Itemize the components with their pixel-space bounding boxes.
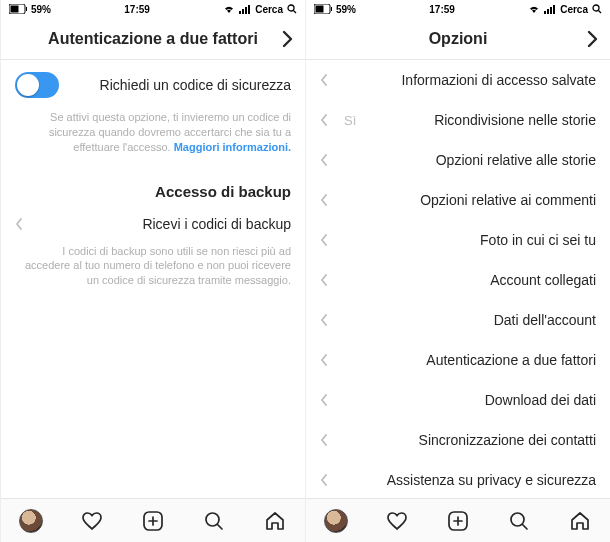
option-label: Download dei dati — [336, 392, 596, 408]
status-bar: 59% 17:59 Cerca — [306, 0, 610, 18]
header: Autenticazione a due fattori — [1, 18, 305, 60]
chevron-left-icon — [320, 433, 332, 447]
option-row[interactable]: Autenticazione a due fattori — [306, 340, 610, 380]
svg-rect-17 — [544, 11, 546, 14]
heart-icon — [385, 509, 409, 533]
option-label: Sincronizzazione dei contatti — [336, 432, 596, 448]
option-row[interactable]: Account collegati — [306, 260, 610, 300]
battery-icon — [9, 4, 27, 14]
toggle-switch[interactable] — [15, 72, 59, 98]
avatar — [324, 509, 348, 533]
toggle-helper-text: Se attivi questa opzione, ti invieremo u… — [1, 110, 305, 169]
chevron-left-icon — [320, 193, 332, 207]
svg-rect-4 — [242, 9, 244, 14]
option-label: Autenticazione a due fattori — [336, 352, 596, 368]
chevron-left-icon — [320, 233, 332, 247]
toggle-row-security-code[interactable]: Richiedi un codice di sicurezza — [1, 60, 305, 110]
nav-new-post[interactable] — [446, 509, 470, 533]
page-title: Autenticazione a due fattori — [25, 30, 281, 48]
chevron-left-icon — [320, 113, 332, 127]
option-row[interactable]: Download dei dati — [306, 380, 610, 420]
nav-home[interactable] — [263, 509, 287, 533]
chevron-left-icon — [320, 393, 332, 407]
option-label: Account collegati — [336, 272, 596, 288]
svg-rect-5 — [245, 7, 247, 14]
option-row[interactable]: Informazioni di accesso salvate — [306, 60, 610, 100]
option-row[interactable]: Opzioni relative alle storie — [306, 140, 610, 180]
option-label: Ricondivisione nelle storie — [356, 112, 596, 128]
avatar — [19, 509, 43, 533]
nav-profile[interactable] — [19, 509, 43, 533]
svg-rect-6 — [248, 5, 250, 14]
option-label: Opzioni relative alle storie — [336, 152, 596, 168]
options-list: Informazioni di accesso salvateSìRicondi… — [306, 60, 610, 498]
option-row[interactable]: SìRicondivisione nelle storie — [306, 100, 610, 140]
back-button[interactable] — [281, 32, 295, 46]
svg-rect-2 — [11, 6, 19, 13]
signal-icon — [239, 4, 251, 14]
wifi-icon — [528, 4, 540, 14]
content: Richiedi un codice di sicurezza Se attiv… — [1, 60, 305, 498]
back-button[interactable] — [586, 32, 600, 46]
option-row[interactable]: Opzioni relative ai commenti — [306, 180, 610, 220]
option-label: Foto in cui ci sei tu — [336, 232, 596, 248]
chevron-left-icon — [320, 273, 332, 287]
bottom-nav — [306, 498, 610, 542]
option-label: Opzioni relative ai commenti — [336, 192, 596, 208]
plus-square-icon — [446, 509, 470, 533]
nav-search[interactable] — [202, 509, 226, 533]
section-backup-access: Accesso di backup — [1, 169, 305, 204]
svg-line-22 — [599, 11, 602, 14]
nav-search[interactable] — [507, 509, 531, 533]
option-row[interactable]: Dati dell'account — [306, 300, 610, 340]
svg-rect-18 — [547, 9, 549, 14]
chevron-left-icon — [320, 153, 332, 167]
option-row[interactable]: Assistenza su privacy e sicurezza — [306, 460, 610, 498]
status-search: Cerca — [255, 4, 283, 15]
svg-point-7 — [288, 5, 294, 11]
backup-helper-text: I codici di backup sono utili se non rie… — [1, 244, 305, 303]
chevron-left-icon — [320, 313, 332, 327]
battery-percent: 59% — [336, 4, 356, 15]
plus-square-icon — [141, 509, 165, 533]
chevron-left-icon — [15, 217, 27, 231]
search-status-icon — [287, 4, 297, 14]
nav-home[interactable] — [568, 509, 592, 533]
option-row[interactable]: Sincronizzazione dei contatti — [306, 420, 610, 460]
nav-profile[interactable] — [324, 509, 348, 533]
option-label: Dati dell'account — [336, 312, 596, 328]
svg-rect-3 — [239, 11, 241, 14]
svg-line-13 — [217, 524, 222, 529]
chevron-left-icon — [320, 73, 332, 87]
screen-two-factor: 59% 17:59 Cerca Autenticazione a due fat… — [0, 0, 305, 542]
bottom-nav — [1, 498, 305, 542]
svg-point-21 — [593, 5, 599, 11]
search-icon — [202, 509, 226, 533]
signal-icon — [544, 4, 556, 14]
nav-new-post[interactable] — [141, 509, 165, 533]
more-info-link[interactable]: Maggiori informazioni. — [174, 141, 291, 153]
nav-activity[interactable] — [385, 509, 409, 533]
svg-rect-19 — [550, 7, 552, 14]
svg-line-8 — [294, 11, 297, 14]
battery-percent: 59% — [31, 4, 51, 15]
search-icon — [507, 509, 531, 533]
screen-options: 59% 17:59 Cerca Opzioni Informazioni di … — [305, 0, 610, 542]
battery-icon — [314, 4, 332, 14]
nav-activity[interactable] — [80, 509, 104, 533]
status-search: Cerca — [560, 4, 588, 15]
status-time: 17:59 — [124, 4, 150, 15]
status-bar: 59% 17:59 Cerca — [1, 0, 305, 18]
svg-rect-20 — [553, 5, 555, 14]
heart-icon — [80, 509, 104, 533]
search-status-icon — [592, 4, 602, 14]
option-label: Assistenza su privacy e sicurezza — [336, 472, 596, 488]
svg-rect-16 — [316, 6, 324, 13]
toggle-label: Richiedi un codice di sicurezza — [59, 77, 291, 93]
home-icon — [568, 509, 592, 533]
chevron-left-icon — [320, 473, 332, 487]
option-row[interactable]: Foto in cui ci sei tu — [306, 220, 610, 260]
row-backup-codes[interactable]: Ricevi i codici di backup — [1, 204, 305, 244]
svg-rect-0 — [26, 7, 27, 11]
status-time: 17:59 — [429, 4, 455, 15]
